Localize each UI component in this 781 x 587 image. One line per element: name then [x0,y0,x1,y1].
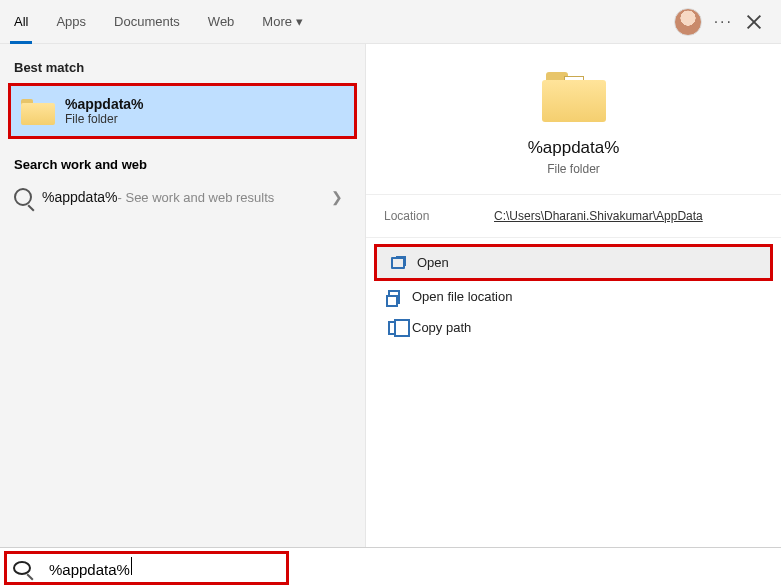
tab-documents[interactable]: Documents [100,0,194,43]
tab-more[interactable]: More ▾ [248,0,317,43]
best-match-subtitle: File folder [65,112,144,126]
best-match-text: %appdata% File folder [65,96,144,126]
search-bar: %appdata% [0,547,781,587]
preview-actions: Open Open file location Copy path [366,238,781,349]
copy-path-icon [388,321,400,335]
chevron-down-icon: ▾ [296,14,303,29]
search-input[interactable]: %appdata% [49,557,280,578]
close-button[interactable] [745,13,763,31]
folder-large-icon [542,72,606,122]
preview-header: %appdata% File folder [366,44,781,194]
preview-location-row: Location C:\Users\Dharani.Shivakumar\App… [366,194,781,238]
location-label: Location [384,209,494,223]
search-icon [13,561,31,575]
open-icon [391,257,405,269]
action-copy-path-label: Copy path [412,320,471,335]
web-result-row[interactable]: %appdata% - See work and web results ❯ [0,180,365,214]
best-match-result[interactable]: %appdata% File folder [8,83,357,139]
more-options-button[interactable]: ··· [714,13,733,31]
search-icon [14,188,32,206]
top-bar: All Apps Documents Web More ▾ ··· [0,0,781,44]
action-open-label: Open [417,255,449,270]
action-open-file-location[interactable]: Open file location [374,281,773,312]
search-box[interactable]: %appdata% [4,551,289,585]
tab-more-label: More [262,14,292,29]
tab-apps[interactable]: Apps [42,0,100,43]
preview-title: %appdata% [528,138,620,158]
main-panel: Best match %appdata% File folder Search … [0,44,781,547]
web-hint-text: - See work and web results [118,190,275,205]
action-copy-path[interactable]: Copy path [374,312,773,343]
best-match-label: Best match [0,56,365,83]
user-avatar[interactable] [674,8,702,36]
action-open[interactable]: Open [374,244,773,281]
preview-panel: %appdata% File folder Location C:\Users\… [365,44,781,547]
tab-web[interactable]: Web [194,0,249,43]
search-value: %appdata% [49,561,130,578]
preview-subtitle: File folder [547,162,600,176]
tab-all[interactable]: All [0,0,42,43]
best-match-title: %appdata% [65,96,144,112]
web-query-text: %appdata% [42,189,118,205]
location-path[interactable]: C:\Users\Dharani.Shivakumar\AppData [494,209,703,223]
chevron-right-icon: ❯ [331,189,351,205]
search-work-web-label: Search work and web [0,139,365,180]
folder-icon [21,97,55,125]
results-panel: Best match %appdata% File folder Search … [0,44,365,547]
filter-tabs: All Apps Documents Web More ▾ [0,0,317,43]
action-open-location-label: Open file location [412,289,512,304]
top-bar-right: ··· [674,8,773,36]
text-caret [131,557,132,575]
open-location-icon [388,290,400,304]
